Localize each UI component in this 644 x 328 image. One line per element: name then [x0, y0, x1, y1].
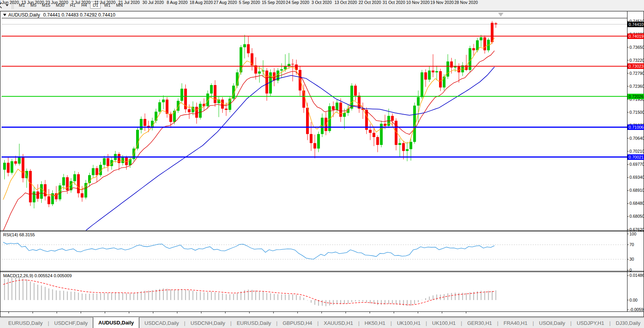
- tab-xauusd-h1[interactable]: XAUUSD,H1: [319, 318, 358, 328]
- price-tick-label: 0.73220: [629, 58, 644, 63]
- price-tick-label: 0.68480: [629, 201, 644, 206]
- date-tick-label: 3 Oct 2020: [312, 0, 332, 5]
- tab-eurusd-daily[interactable]: EURUSD,Daily: [3, 318, 48, 328]
- current-price-badge: 0.74410: [627, 22, 644, 27]
- date-tick-label: 15 Sep 2020: [262, 0, 285, 5]
- tab-uk100-h1[interactable]: UK100,H1: [392, 318, 426, 328]
- rsi-tick-label: 0: [629, 268, 644, 273]
- chart-ohlc-values: 0.74441 0.74483 0.74292 0.74410: [43, 12, 116, 18]
- date-tick-label: 13 Oct 2020: [334, 0, 357, 5]
- date-tick-label: 19 Nov 2020: [430, 0, 454, 5]
- date-tick-label: 18 Aug 2020: [190, 0, 213, 5]
- hline-price-badge: 0.70021: [627, 154, 644, 160]
- hline-price-badge: 0.73023: [627, 63, 644, 69]
- date-tick-label: 2 Jul 2020: [71, 0, 90, 5]
- price-tick-label: 0.71500: [629, 110, 644, 115]
- chart-symbol-label: AUDUSD,Daily: [8, 12, 40, 18]
- chart-tab-bar: EURUSD,Daily|USDCHF,DailyAUDUSD,DailyUSD…: [0, 317, 644, 328]
- tab-gbpusd-h4[interactable]: GBPUSD,H4: [277, 318, 317, 328]
- price-tick-label: 0.69340: [629, 175, 644, 180]
- date-tick-label: 31 Oct 2020: [383, 0, 405, 5]
- tab-dj30-daily[interactable]: DJ30,Daily: [611, 318, 644, 328]
- tab-usdchf-daily[interactable]: USDCHF,Daily: [49, 318, 93, 328]
- price-tick-label: 0.73650: [629, 45, 644, 50]
- date-tick-label: 22 Oct 2020: [358, 0, 381, 5]
- mt4-window: M1M5M15M30H1H4D1W1MN AUDUSD,Daily 0.7444…: [0, 0, 644, 328]
- price-tick-label: 0.70640: [629, 136, 644, 141]
- date-tick-label: 10 Nov 2020: [406, 0, 430, 5]
- tab-usdjpy-h1[interactable]: USDJPY,H1: [572, 318, 609, 328]
- rsi-tick-label: 70: [629, 242, 644, 247]
- chart-canvas[interactable]: [0, 11, 644, 317]
- macd-indicator-label: MACD(12,26,9) 0.005524 0.005009: [3, 273, 72, 278]
- price-tick-label: 0.72790: [629, 71, 644, 76]
- tab-audusd-daily[interactable]: AUDUSD,Daily: [93, 317, 139, 328]
- date-tick-label: 27 Aug 2020: [214, 0, 237, 5]
- macd-tick-label: -0.005938: [629, 307, 644, 312]
- tab-ger30-h1[interactable]: GER30,H1: [462, 318, 497, 328]
- rsi-tick-label: 30: [629, 257, 644, 262]
- tab-fra40-h1[interactable]: FRA40,H1: [498, 318, 533, 328]
- date-tick-label: 4 Jun 2020: [0, 0, 19, 5]
- collapse-triangle-icon[interactable]: [3, 14, 6, 16]
- macd-tick-label: 0.00: [629, 298, 644, 303]
- rsi-indicator-label: RSI(14) 68.3155: [3, 232, 35, 237]
- hline-price-badge: 0.72026: [627, 94, 644, 99]
- chart-title: AUDUSD,Daily 0.74441 0.74483 0.74292 0.7…: [3, 12, 115, 18]
- date-tick-label: 23 Jun 2020: [45, 0, 68, 5]
- hline-price-badge: 0.71006: [627, 124, 644, 130]
- tab-uk100-h1[interactable]: UK100,H1: [427, 318, 461, 328]
- date-tick-label: 30 Jul 2020: [142, 0, 164, 5]
- price-tick-label: 0.68050: [629, 214, 644, 219]
- price-tick-label: 0.68910: [629, 188, 644, 193]
- tab-usoil-daily[interactable]: USOil,Daily: [534, 318, 570, 328]
- date-tick-label: 8 Aug 2020: [167, 0, 188, 5]
- tab-hk50-h1[interactable]: HK50,H1: [360, 318, 391, 328]
- date-tick-label: 5 Sep 2020: [239, 0, 260, 5]
- tab-usdcad-daily[interactable]: USDCAD,Daily: [139, 318, 184, 328]
- hline-price-badge: 0.74019: [627, 33, 644, 39]
- date-tick-label: 13 Jun 2020: [21, 0, 44, 5]
- date-tick-label: 28 Nov 2020: [454, 0, 478, 5]
- date-tick-label: 21 Jul 2020: [118, 0, 140, 5]
- date-tick-label: 11 Jul 2020: [94, 0, 116, 5]
- tabs: EURUSD,Daily|USDCHF,DailyAUDUSD,DailyUSD…: [3, 318, 644, 328]
- rsi-tick-label: 100: [629, 232, 644, 237]
- price-tick-label: 0.69770: [629, 162, 644, 167]
- price-tick-label: 0.70210: [629, 149, 644, 154]
- date-tick-label: 24 Sep 2020: [286, 0, 310, 5]
- tab-usdcnh-daily[interactable]: USDCNH,Daily: [185, 318, 230, 328]
- tab-eurusd-daily[interactable]: EURUSD,Daily: [232, 318, 276, 328]
- macd-tick-label: 0.014861: [629, 273, 644, 278]
- price-tick-label: 0.72360: [629, 84, 644, 89]
